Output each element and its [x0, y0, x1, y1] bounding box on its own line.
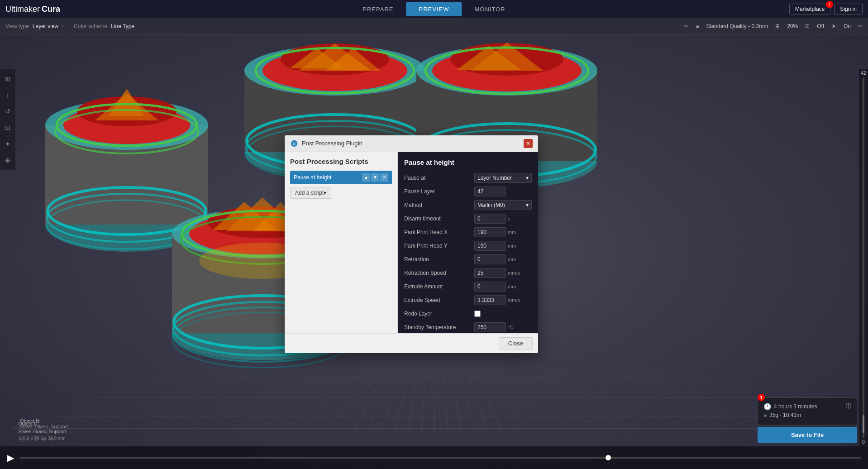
layers-icon: ≡ [696, 23, 699, 29]
svg-marker-17 [290, 48, 344, 68]
extrude-amount-input[interactable] [474, 282, 506, 292]
script-item-label: Pause at height [294, 174, 331, 181]
edit-icon[interactable]: ✏ [684, 23, 688, 29]
view-type-arrow[interactable]: ‹ [62, 24, 63, 29]
standby-temp-input[interactable] [474, 322, 506, 332]
svg-marker-30 [471, 43, 543, 71]
svg-marker-29 [457, 46, 520, 70]
topbar: Ultimaker Cura PREPARE PREVIEW MONITOR M… [0, 0, 868, 18]
plugin-icon: C [290, 139, 298, 148]
bottom-bar: ▶ [0, 446, 868, 469]
view-type-control: View type Layer view ‹ Color scheme Line… [5, 23, 134, 29]
post-processing-dialog: C Post Processing Plugin ✕ Post Processi… [285, 135, 538, 353]
setting-standby-temp: Standby Temperature °C [404, 322, 532, 333]
script-move-down-button[interactable]: ▼ [371, 173, 379, 182]
signin-button[interactable]: Sign in [834, 4, 863, 14]
standby-temp-unit: °C [508, 325, 521, 330]
extrude-amount-unit: mm [508, 284, 521, 289]
setting-redo-layer-control [474, 311, 532, 317]
setting-extrude-speed-control: mm/s [474, 295, 532, 305]
pause-at-select[interactable]: Layer Number ▾ [474, 173, 532, 183]
settings-edit-icon[interactable]: ✏ [858, 23, 863, 29]
play-button[interactable]: ▶ [7, 452, 14, 463]
settings-panel-title: Pause at height [404, 158, 532, 166]
setting-retraction-speed: Retraction Speed mm/s [404, 268, 532, 278]
redo-layer-checkbox[interactable] [474, 311, 481, 317]
retraction-unit: mm [508, 257, 521, 262]
setting-standby-temp-control: °C [474, 322, 532, 332]
setting-disarm-timeout-label: Disarm timeout [404, 215, 474, 222]
dialog-close-button[interactable]: ✕ [524, 139, 533, 148]
setting-extrude-amount-label: Extrude Amount [404, 283, 474, 290]
park-y-input[interactable] [474, 241, 506, 251]
disarm-timeout-input[interactable] [474, 214, 506, 224]
extrude-speed-input[interactable] [474, 295, 506, 305]
nav-preview[interactable]: PREVIEW [406, 2, 462, 16]
script-move-up-button[interactable]: ▲ [362, 173, 370, 182]
setting-pause-at: Pause at Layer Number ▾ [404, 172, 532, 183]
park-x-input[interactable] [474, 227, 506, 237]
setting-pause-at-control: Layer Number ▾ [474, 173, 532, 183]
setting-redo-layer-label: Redo Layer [404, 311, 474, 317]
view-type-value[interactable]: Layer view [33, 23, 58, 29]
setting-park-x-label: Park Print Head X [404, 229, 474, 235]
setting-extrude-speed-label: Extrude Speed [404, 297, 474, 303]
zoom-icon: ⊞ [775, 23, 780, 29]
svg-text:C: C [293, 141, 296, 146]
timeline-thumb[interactable] [606, 455, 611, 460]
color-scheme-value[interactable]: Line Type [111, 23, 134, 29]
extrude-speed-unit: mm/s [508, 297, 521, 303]
sun-icon: ☀ [831, 23, 836, 29]
dialog-title: Post Processing Plugin [302, 140, 362, 147]
svg-marker-18 [299, 43, 371, 71]
quality-value[interactable]: Standard Quality - 0.2mm [706, 23, 768, 29]
marketplace-button[interactable]: Marketplace [789, 4, 830, 14]
add-script-button[interactable]: Add a script▾ [290, 187, 331, 199]
setting-standby-temp-label: Standby Temperature [404, 324, 474, 330]
retraction-input[interactable] [474, 254, 506, 264]
svg-marker-19 [326, 48, 380, 71]
nav-prepare[interactable]: PREPARE [350, 2, 406, 16]
setting-pause-layer-label: Pause Layer [404, 188, 474, 195]
script-item-controls: ▲ ▼ ✕ [362, 173, 388, 182]
setting-park-y-label: Park Print Head Y [404, 243, 474, 249]
dialog-body: Post Processing Scripts Pause at height … [285, 152, 538, 333]
setting-park-y: Park Print Head Y mm [404, 240, 532, 251]
script-item-pause[interactable]: Pause at height ▲ ▼ ✕ [290, 171, 392, 184]
nav-monitor[interactable]: MONITOR [462, 2, 518, 16]
setting-redo-layer: Redo Layer [404, 308, 532, 319]
park-y-unit: mm [508, 243, 521, 249]
timeline-bar[interactable] [19, 457, 861, 459]
park-x-unit: mm [508, 230, 521, 235]
dialog-footer: Close [285, 333, 538, 353]
setting-pause-at-label: Pause at [404, 175, 474, 181]
setting-park-x: Park Print Head X mm [404, 227, 532, 238]
pause-layer-input[interactable] [474, 187, 506, 196]
toolbar-right-settings: ✏ ≡ Standard Quality - 0.2mm ⊞ 20% ⊡ Off… [684, 23, 863, 29]
modal-overlay: C Post Processing Plugin ✕ Post Processi… [0, 69, 868, 446]
setting-extrude-amount: Extrude Amount mm [404, 281, 532, 292]
setting-disarm-timeout-control: s [474, 214, 532, 224]
pause-at-chevron: ▾ [526, 175, 529, 181]
method-select[interactable]: Marlin (M0) ▾ [474, 200, 532, 210]
setting-method-control: Marlin (M0) ▾ [474, 200, 532, 210]
setting-pause-layer: Pause Layer [404, 186, 532, 197]
retraction-speed-unit: mm/s [508, 270, 521, 276]
main-nav: PREPARE PREVIEW MONITOR [350, 2, 518, 16]
script-remove-button[interactable]: ✕ [380, 173, 388, 182]
setting-method-label: Method [404, 202, 474, 208]
app-name-suffix: Cura [42, 5, 60, 14]
retraction-speed-input[interactable] [474, 268, 506, 278]
pause-at-value: Layer Number [477, 175, 512, 181]
topbar-right: Marketplace 1 Sign in [789, 4, 863, 14]
color-scheme-label: Color scheme [74, 23, 107, 29]
setting-pause-layer-control [474, 187, 532, 196]
setting-extrude-amount-control: mm [474, 282, 532, 292]
3d-viewport: ⊞ ↕ ↺ ⊡ ✦ ⊕ 42 0 Object:fit Silver_Glass… [0, 34, 868, 469]
dialog-close-footer-button[interactable]: Close [499, 337, 533, 349]
view-type-label: View type [5, 23, 29, 29]
method-chevron: ▾ [526, 202, 529, 208]
setting-park-x-control: mm [474, 227, 532, 237]
settings-panel: Pause at height Pause at Layer Number ▾ [398, 152, 538, 333]
quality-setting: Standard Quality - 0.2mm [706, 23, 768, 29]
